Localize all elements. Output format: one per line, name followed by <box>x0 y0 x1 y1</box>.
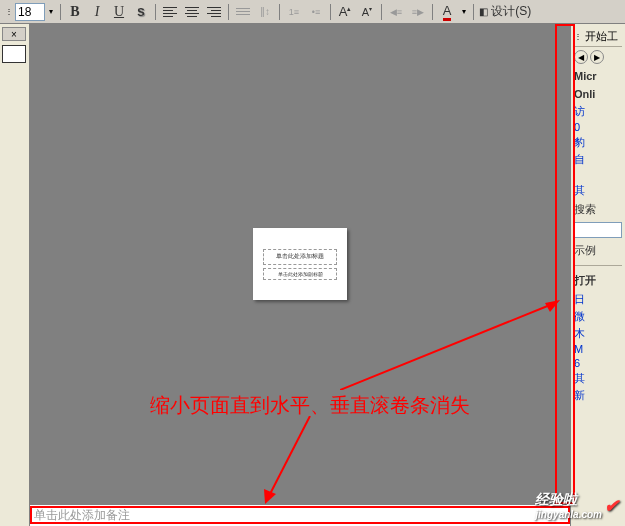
line-spacing-button[interactable]: ‖↕ <box>254 2 276 22</box>
underline-button[interactable]: U <box>108 2 130 22</box>
section-heading: Micr <box>574 67 622 85</box>
task-pane-handle-icon[interactable]: ⋮ <box>574 32 582 41</box>
decrease-indent-button[interactable]: ◀≡ <box>385 2 407 22</box>
task-pane: ⋮ 开始工 ◀ ▶ Micr Onli 访 0 豹 自 其 搜索 示例 打开 日… <box>570 24 625 526</box>
increase-indent-icon: ≡▶ <box>412 7 424 17</box>
decrease-font-icon: A▾ <box>362 5 372 18</box>
task-pane-link[interactable]: 其 <box>574 370 622 387</box>
distribute-icon <box>236 8 250 15</box>
align-right-button[interactable] <box>203 2 225 22</box>
align-left-button[interactable] <box>159 2 181 22</box>
bullet-list-icon: •≡ <box>312 7 320 17</box>
thumbnail-panel: × <box>0 24 30 526</box>
increase-font-button[interactable]: A▴ <box>334 2 356 22</box>
font-color-button[interactable]: A <box>436 2 458 22</box>
distribute-button[interactable] <box>232 2 254 22</box>
separator <box>473 4 474 20</box>
decrease-font-button[interactable]: A▾ <box>356 2 378 22</box>
notes-input[interactable]: 单击此处添加备注 <box>30 504 570 526</box>
separator <box>60 4 61 20</box>
editor-area: 单击此处添加标题 单击此处添加副标题 单击此处添加备注 <box>30 24 570 526</box>
separator <box>279 4 280 20</box>
search-input[interactable] <box>574 222 622 238</box>
text-shadow-button[interactable]: S <box>130 2 152 22</box>
open-label: 打开 <box>574 270 622 291</box>
section-heading: Onli <box>574 85 622 103</box>
bold-button[interactable]: B <box>64 2 86 22</box>
task-pane-link[interactable]: 日 <box>574 291 622 308</box>
design-icon: ◧ <box>479 6 488 17</box>
slide-thumbnail-1[interactable] <box>2 45 26 63</box>
task-pane-link[interactable]: 6 <box>574 356 622 370</box>
task-pane-link[interactable]: 微 <box>574 308 622 325</box>
formatting-toolbar: ⋮ ▾ B I U S ‖↕ 1≡ •≡ A▴ A▾ ◀≡ ≡▶ A ▾ <box>0 0 625 24</box>
task-pane-link[interactable]: 自 <box>574 151 622 168</box>
slide-canvas-area[interactable]: 单击此处添加标题 单击此处添加副标题 <box>30 24 570 504</box>
task-pane-link[interactable]: 其 <box>574 182 622 199</box>
design-menu-button[interactable]: ◧ 设计(S) <box>477 3 533 20</box>
slide-canvas[interactable]: 单击此处添加标题 单击此处添加副标题 <box>253 228 347 300</box>
task-pane-link[interactable]: 新 <box>574 387 622 404</box>
task-pane-link[interactable]: 0 <box>574 120 622 134</box>
separator <box>330 4 331 20</box>
align-left-icon <box>163 7 177 17</box>
increase-font-icon: A▴ <box>339 4 352 19</box>
main-area: × 单击此处添加标题 单击此处添加副标题 单击此处添加备注 ⋮ 开始工 ◀ ▶ … <box>0 24 625 526</box>
search-label: 搜索 <box>574 199 622 220</box>
font-size-input[interactable] <box>15 3 45 21</box>
separator <box>381 4 382 20</box>
subtitle-placeholder[interactable]: 单击此处添加副标题 <box>263 268 337 280</box>
task-pane-link[interactable]: 木 <box>574 325 622 342</box>
italic-button[interactable]: I <box>86 2 108 22</box>
separator <box>432 4 433 20</box>
task-pane-link[interactable]: 豹 <box>574 134 622 151</box>
toolbar-handle-icon[interactable]: ⋮ <box>3 3 15 21</box>
separator <box>228 4 229 20</box>
separator <box>155 4 156 20</box>
nav-back-button[interactable]: ◀ <box>574 50 588 64</box>
align-center-icon <box>185 7 199 17</box>
title-placeholder[interactable]: 单击此处添加标题 <box>263 249 337 265</box>
nav-forward-button[interactable]: ▶ <box>590 50 604 64</box>
numbered-list-icon: 1≡ <box>289 7 299 17</box>
numbered-list-button[interactable]: 1≡ <box>283 2 305 22</box>
font-size-dropdown-icon[interactable]: ▾ <box>45 3 57 21</box>
task-pane-nav: ◀ ▶ <box>574 47 622 67</box>
align-center-button[interactable] <box>181 2 203 22</box>
decrease-indent-icon: ◀≡ <box>390 7 402 17</box>
font-color-icon: A <box>443 3 452 21</box>
align-right-icon <box>207 7 221 17</box>
increase-indent-button[interactable]: ≡▶ <box>407 2 429 22</box>
thumbnail-close-button[interactable]: × <box>2 27 26 41</box>
task-pane-link[interactable]: M <box>574 342 622 356</box>
task-pane-title: 开始工 <box>585 29 618 44</box>
bullet-list-button[interactable]: •≡ <box>305 2 327 22</box>
task-pane-link[interactable]: 访 <box>574 103 622 120</box>
example-label: 示例 <box>574 240 622 261</box>
task-pane-header: ⋮ 开始工 <box>574 27 622 47</box>
line-spacing-icon: ‖↕ <box>260 6 270 17</box>
font-color-dropdown-icon[interactable]: ▾ <box>458 3 470 21</box>
